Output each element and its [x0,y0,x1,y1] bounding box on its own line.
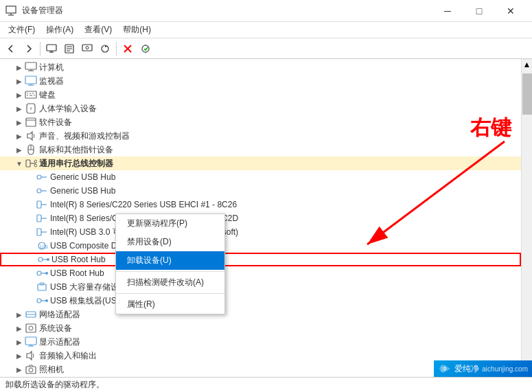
tree-item-intel-ehci-2[interactable]: ▶ Intel(R) 8 Series/C220 Series USB EHCI… [0,211,521,225]
tree-label-display: 显示适配器 [39,336,80,348]
expand-display[interactable]: ▶ [14,336,25,347]
ctx-sep2 [116,293,224,294]
minimize-button[interactable]: ─ [432,0,463,22]
intel-usb-icon-1 [36,198,48,211]
tree-item-mouse[interactable]: ▶ 鼠标和其他指针设备 [0,143,521,157]
expand-network[interactable]: ▶ [14,309,25,320]
tree-item-intel-usb3[interactable]: ▶ Intel(R) USB 3.0 可扩展主机控制器 - 1.0 (Micro… [0,225,521,239]
app-icon [5,5,16,16]
expand-hid[interactable]: ▶ [14,103,25,114]
intel-usb-icon-2 [36,212,48,224]
audio-icon [25,349,37,362]
expand-mouse[interactable]: ▶ [14,144,25,155]
toolbar-back[interactable] [3,41,19,57]
main-content: ▶ 计算机 ▶ 监视器 ▶ [0,59,532,377]
tree-item-intel-ehci-1[interactable]: ▶ Intel(R) 8 Series/C220 Series USB EHCI… [0,198,521,211]
usb-controller-icon [25,157,37,170]
tree-label-mouse: 鼠标和其他指针设备 [39,144,113,156]
ctx-scan-hardware[interactable]: 扫描检测硬件改动(A) [116,273,224,292]
tree-label-intel-ehci-1: Intel(R) 8 Series/C220 Series USB EHCI #… [50,200,237,209]
ctx-update-driver[interactable]: 更新驱动程序(P) [116,214,224,233]
tree-item-generic-hub-2[interactable]: ▶ Generic USB Hub [0,184,521,198]
tree-label-audio: 音频输入和输出 [39,350,97,362]
tree-item-computer[interactable]: ▶ 计算机 [0,60,521,74]
statusbar: 卸载所选设备的驱动程序。 [0,377,532,392]
menu-view[interactable]: 查看(V) [79,23,117,37]
expand-usb[interactable]: ▼ [14,158,25,169]
hid-icon [25,102,37,115]
tree-item-usb-root-hub-3[interactable]: ▶ USB 根集线器(USB 3.0) [0,294,521,308]
ctx-disable-device[interactable]: 禁用设备(D) [116,233,224,251]
toolbar-sep2 [116,42,117,56]
tree-item-display[interactable]: ▶ 显示适配器 [0,335,521,349]
expand-monitor[interactable]: ▶ [14,76,25,87]
tree-label-network: 网络适配器 [39,309,80,321]
expand-camera[interactable]: ▶ [14,364,25,375]
scrollbar[interactable]: ▲ ▼ [521,59,532,377]
expand-computer[interactable]: ▶ [14,62,25,73]
toolbar-computer[interactable] [43,41,60,57]
toolbar [0,38,532,59]
tree-item-usb-composite[interactable]: ▶ USB USB Composite Device [0,239,521,253]
tree-item-usb-storage[interactable]: ▶ USB 大容量存储设备 [0,280,521,294]
menu-file[interactable]: 文件(F) [3,23,41,37]
tree-label-hid: 人体学输入设备 [39,103,97,115]
ctx-properties[interactable]: 属性(R) [116,295,224,314]
usb-root-hub3-icon [36,295,48,307]
device-tree[interactable]: ▶ 计算机 ▶ 监视器 ▶ [0,59,521,377]
tree-label-usb-root-hub-1: USB Root Hub [51,255,106,264]
usb-storage-icon [36,281,48,293]
scroll-thumb[interactable] [522,73,532,115]
sound-icon [25,130,37,142]
toolbar-properties[interactable] [61,41,78,57]
tree-item-usb-root-hub-1[interactable]: ▶ USB Root Hub [0,253,521,266]
menu-help[interactable]: 帮助(H) [117,23,157,37]
svg-point-54 [38,257,43,262]
tree-item-generic-hub-1[interactable]: ▶ Generic USB Hub [0,170,521,184]
intel-usb3-icon [36,226,48,238]
toolbar-scan[interactable] [137,41,154,57]
tree-item-system[interactable]: ▶ 系统设备 [0,321,521,335]
titlebar-controls[interactable]: ─ □ ✕ [432,0,527,22]
tree-item-keyboard[interactable]: ▶ 键盘 [0,88,521,102]
watermark-icon: 净 [438,362,452,376]
toolbar-show[interactable] [79,41,95,57]
svg-point-12 [86,46,89,49]
tree-item-hid[interactable]: ▶ 人体学输入设备 [0,102,521,115]
maximize-button[interactable]: □ [463,0,495,22]
statusbar-text: 卸载所选设备的驱动程序。 [5,379,104,391]
tree-item-software[interactable]: ▶ 软件设备 [0,115,521,129]
expand-software[interactable]: ▶ [14,117,25,128]
tree-label-generic-hub-2: Generic USB Hub [50,186,115,196]
toolbar-uninstall[interactable] [119,41,136,57]
svg-rect-32 [26,118,36,126]
svg-point-16 [142,45,149,52]
expand-sound[interactable]: ▶ [14,130,25,141]
toolbar-refresh[interactable] [97,41,113,57]
tree-item-network[interactable]: ▶ 网络适配器 [0,308,521,321]
close-button[interactable]: ✕ [495,0,527,22]
tree-item-usb-controllers[interactable]: ▼ 通用串行总线控制器 [0,157,521,170]
tree-item-monitor[interactable]: ▶ 监视器 [0,74,521,88]
tree-label-usb-controllers: 通用串行总线控制器 [39,158,113,170]
expand-audio[interactable]: ▶ [14,350,25,361]
ctx-uninstall-device[interactable]: 卸载设备(U) [116,251,224,270]
tree-label-system: 系统设备 [39,323,72,334]
svg-point-59 [45,272,48,275]
svg-point-68 [29,326,33,330]
tree-item-sound[interactable]: ▶ 声音、视频和游戏控制器 [0,129,521,143]
watermark: 净 爱纯净 aichunjing.com [434,360,532,377]
titlebar: 设备管理器 ─ □ ✕ [0,0,532,22]
expand-system[interactable]: ▶ [14,323,25,334]
expand-keyboard[interactable]: ▶ [14,89,25,100]
toolbar-forward[interactable] [21,41,37,57]
tree-item-usb-root-hub-2[interactable]: ▶ USB Root Hub [0,266,521,280]
scroll-track[interactable] [522,70,532,366]
svg-point-74 [29,368,33,372]
svg-point-62 [37,299,41,303]
menu-action[interactable]: 操作(A) [41,23,79,37]
svg-rect-23 [25,91,36,98]
window-title: 设备管理器 [22,5,63,16]
scroll-up[interactable]: ▲ [522,59,532,70]
svg-rect-11 [82,45,92,51]
